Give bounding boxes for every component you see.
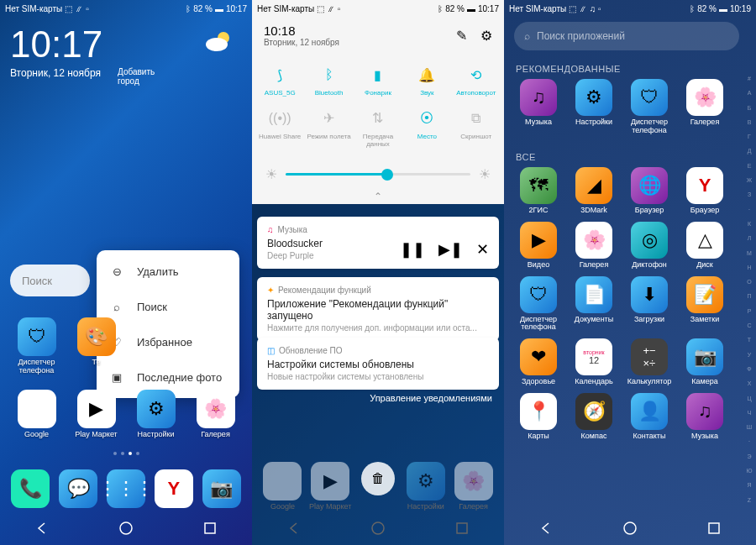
app-settings[interactable]: ⚙Настройки xyxy=(132,390,181,439)
app-maps[interactable]: 📍Карты xyxy=(511,393,566,441)
app-video[interactable]: ▶Видео xyxy=(511,222,566,270)
nav-home[interactable] xyxy=(361,511,395,545)
app-gallery[interactable]: 🌸Галерея xyxy=(566,222,622,270)
nav-back[interactable] xyxy=(529,511,563,545)
dock-messages[interactable]: 💬 xyxy=(55,469,102,508)
search-icon: ⌕ xyxy=(524,30,530,42)
app-camera[interactable]: 📷Камера xyxy=(677,338,732,386)
nav-home[interactable] xyxy=(613,511,647,545)
location-icon: ⦿ xyxy=(416,107,438,129)
qs-share[interactable]: ((•))Huawei Share xyxy=(255,102,304,154)
nav-recent[interactable] xyxy=(445,511,479,545)
app-gallery[interactable]: 🌸Галерея xyxy=(677,79,732,135)
add-city-link[interactable]: Добавить город xyxy=(118,67,155,86)
qs-screenshot[interactable]: ⧉Скриншот xyxy=(452,102,501,154)
search-bar[interactable]: Поиск xyxy=(10,265,90,296)
nav-home[interactable] xyxy=(109,511,143,545)
clock-widget[interactable]: 10:17 Добавить город Вторник, 12 ноября xyxy=(10,24,102,79)
notification-recommendations[interactable]: ✦Рекомендации функций Приложение "Рекоме… xyxy=(257,277,499,341)
app-themes[interactable]: 🎨Те xyxy=(72,317,121,375)
qs-sound[interactable]: 🔔Звук xyxy=(402,59,451,102)
az-index[interactable]: #АБВГДЕЖЗ·КЛМНОПРСТУФХЦЧШ·ЭЮЯZ xyxy=(744,76,754,503)
screenshot-icon: ⧉ xyxy=(465,107,487,129)
search-icon: ⌕ xyxy=(108,298,125,315)
dock-camera[interactable]: 📷 xyxy=(197,469,245,508)
svg-rect-7 xyxy=(709,523,719,533)
app-gallery[interactable]: 🌸Галерея xyxy=(192,390,240,439)
app-downloads[interactable]: ⬇Загрузки xyxy=(622,276,677,333)
qs-bluetooth[interactable]: ᛒBluetooth xyxy=(304,59,353,102)
app-gallery: 🌸Галерея xyxy=(449,462,497,511)
nav-back[interactable] xyxy=(277,511,311,545)
nav-back[interactable] xyxy=(25,511,59,545)
app-docs[interactable]: 📄Документы xyxy=(566,276,622,333)
app-notes[interactable]: 📝Заметки xyxy=(677,276,732,333)
app-music[interactable]: ♫Музыка xyxy=(511,79,566,135)
qs-autorotate[interactable]: ⟲Автоповорот xyxy=(452,59,501,102)
wifi-icon: ⫽ xyxy=(75,4,83,13)
sim-icon: ⬚ xyxy=(65,4,72,13)
app-phone-manager[interactable]: 🛡Диспетчер телефона xyxy=(622,79,677,135)
close-button[interactable]: ✕ xyxy=(476,240,489,259)
app-drive[interactable]: △Диск xyxy=(677,222,732,270)
app-recorder[interactable]: ◎Диктофон xyxy=(622,222,677,270)
status-bar: Нет SIM-карты⬚ ⫽ ♫ ▫ ᛒ82 %▬10:19 xyxy=(504,0,756,17)
app-yandex-browser[interactable]: YБраузер xyxy=(677,167,732,215)
svg-rect-5 xyxy=(457,523,467,533)
app-play: ▶Play Маркет xyxy=(307,462,354,511)
app-2gis[interactable]: 🗺2ГИС xyxy=(511,167,566,215)
nav-bar xyxy=(0,511,252,545)
music-notification[interactable]: ♫Музыка Bloodsucker Deep Purple ❚❚ ▶❚ ✕ xyxy=(257,217,499,269)
minus-icon: ⊖ xyxy=(108,263,125,280)
all-apps-grid: 🗺2ГИС ◢3DMark 🌐Браузер YБраузер ▶Видео 🌸… xyxy=(504,162,744,448)
manage-notifications-link[interactable]: Управление уведомлениями xyxy=(252,388,504,408)
next-button[interactable]: ▶❚ xyxy=(438,240,463,259)
pause-button[interactable]: ❚❚ xyxy=(400,240,425,259)
brightness-slider[interactable]: ☀ ☀ xyxy=(252,160,504,189)
qs-wifi[interactable]: ⟆ASUS_5G xyxy=(255,59,304,102)
app-phone-manager[interactable]: 🛡Диспетчер телефона xyxy=(13,317,61,375)
menu-delete[interactable]: ⊖Удалить xyxy=(97,254,239,289)
section-recommended: РЕКОМЕНДОВАННЫЕ xyxy=(504,64,744,74)
notification-panel: 10:18 Вторник, 12 ноября ✎ ⚙ ⟆ASUS_5G ᛒB… xyxy=(252,0,504,204)
dock: 📞 💬 ⋮⋮⋮ Y 📷 xyxy=(0,469,252,508)
app-calculator[interactable]: +−×÷Калькулятор xyxy=(622,338,677,386)
nav-recent[interactable] xyxy=(697,511,731,545)
app-phone-manager[interactable]: 🛡Диспетчер телефона xyxy=(511,276,566,333)
nav-recent[interactable] xyxy=(193,511,227,545)
app-compass[interactable]: 🧭Компас xyxy=(566,393,622,441)
app-settings[interactable]: ⚙Настройки xyxy=(566,79,622,135)
svg-point-1 xyxy=(206,38,228,51)
qs-data[interactable]: ⇅Передача данных xyxy=(354,102,402,154)
app-browser[interactable]: 🌐Браузер xyxy=(622,167,677,215)
app-settings: ⚙Настройки xyxy=(402,462,449,511)
wifi-icon: ⟆ xyxy=(269,64,291,86)
trash-target[interactable]: 🗑 xyxy=(354,462,402,511)
svg-point-4 xyxy=(372,522,384,534)
qs-flashlight[interactable]: ▮Фонарик xyxy=(354,59,402,102)
dock-drawer[interactable]: ⋮⋮⋮ xyxy=(102,469,150,508)
app-contacts[interactable]: 👤Контакты xyxy=(622,393,677,441)
app-3dmark[interactable]: ◢3DMark xyxy=(566,167,622,215)
qs-location[interactable]: ⦿Место xyxy=(402,102,451,154)
drawer-search[interactable]: ⌕ Поиск приложений xyxy=(514,22,739,50)
svg-point-6 xyxy=(624,522,636,534)
weather-icon[interactable] xyxy=(205,29,235,56)
panel-time: 10:18 xyxy=(264,24,339,38)
edit-icon[interactable]: ✎ xyxy=(456,28,467,44)
qs-airplane[interactable]: ✈Режим полета xyxy=(304,102,353,154)
collapse-icon[interactable]: ⌃ xyxy=(252,189,504,204)
app-music[interactable]: ♫Музыка xyxy=(677,393,732,441)
app-google[interactable]: Google xyxy=(13,390,61,439)
airplane-icon: ✈ xyxy=(318,107,340,129)
recommended-grid: ♫Музыка ⚙Настройки 🛡Диспетчер телефона 🌸… xyxy=(504,74,744,142)
dock-yandex[interactable]: Y xyxy=(150,469,197,508)
data-icon: ⇅ xyxy=(367,107,389,129)
notification-update[interactable]: ◫Обновление ПО Настройки системы обновле… xyxy=(257,338,499,390)
dock-phone[interactable]: 📞 xyxy=(7,469,55,508)
settings-icon[interactable]: ⚙ xyxy=(480,28,492,44)
app-play[interactable]: ▶Play Маркет xyxy=(72,390,121,439)
app-calendar[interactable]: вторник12Календарь xyxy=(566,338,622,386)
page-indicator xyxy=(0,452,252,455)
app-health[interactable]: ❤Здоровье xyxy=(511,338,566,386)
